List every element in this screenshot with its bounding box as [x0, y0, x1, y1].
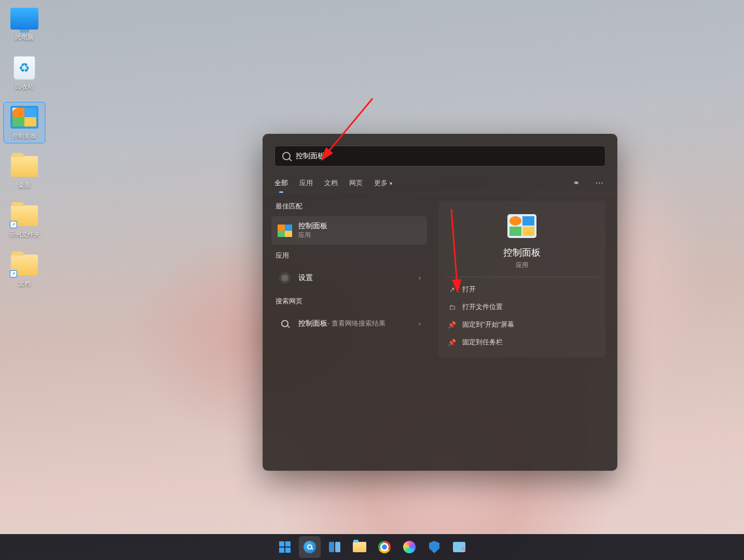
explorer-icon	[353, 542, 366, 552]
icon-folder-desktop[interactable]: 桌面	[4, 152, 45, 192]
search-icon	[278, 316, 292, 331]
pin-icon: 📌	[448, 321, 456, 329]
folder-icon: ↗	[10, 203, 39, 228]
copilot-button[interactable]	[398, 536, 420, 558]
action-label: 打开	[462, 285, 476, 294]
search-panel: 全部 应用 文档 网页 更多 ▾ ⚭ ⋯ 最佳匹配 控制面板 应用 应用 设置 …	[263, 134, 617, 471]
icon-this-pc[interactable]: 此电脑	[4, 4, 45, 44]
action-pin-taskbar[interactable]: 📌 固定到任务栏	[443, 333, 601, 351]
search-icon	[282, 152, 291, 160]
chrome-button[interactable]	[374, 536, 395, 558]
tab-web[interactable]: 网页	[349, 176, 363, 190]
tab-all[interactable]: 全部	[274, 176, 288, 190]
chrome-icon	[378, 541, 391, 553]
section-web: 搜索网页	[271, 292, 427, 309]
folder-icon: 🗀	[448, 303, 456, 311]
taskbar	[0, 534, 744, 560]
preview-subtitle: 应用	[516, 261, 528, 270]
control-panel-icon	[507, 214, 536, 238]
icon-folder-docs[interactable]: ↗ 文档	[4, 250, 45, 290]
result-suffix: - 查看网络搜索结果	[327, 319, 385, 328]
action-open-location[interactable]: 🗀 打开文件位置	[443, 298, 601, 316]
recycle-icon: ♻	[10, 55, 39, 80]
search-tabs: 全部 应用 文档 网页 更多 ▾ ⚭ ⋯	[263, 174, 617, 192]
action-label: 打开文件位置	[462, 302, 503, 312]
pin-icon: 📌	[448, 339, 456, 346]
tab-more-label: 更多	[374, 179, 388, 187]
security-button[interactable]	[423, 536, 445, 558]
icon-label: 回收站	[15, 82, 34, 91]
preview-title: 控制面板	[503, 246, 541, 259]
search-settings-icon[interactable]: ⚭	[571, 176, 582, 190]
search-icon	[304, 541, 316, 553]
windows-icon	[279, 541, 291, 553]
task-view-button[interactable]	[324, 536, 346, 558]
open-icon: ↗	[448, 286, 456, 293]
monitor-icon	[10, 6, 39, 31]
icon-control-panel[interactable]: 控制面板	[4, 103, 45, 143]
chevron-right-icon: ›	[419, 274, 421, 282]
icon-label: 控制面板	[12, 132, 37, 141]
taskbar-search-button[interactable]	[299, 536, 321, 558]
action-label: 固定到"开始"屏幕	[462, 320, 514, 329]
search-box[interactable]	[274, 146, 605, 166]
chevron-down-icon: ▾	[390, 180, 392, 186]
result-settings[interactable]: 设置 ›	[271, 265, 427, 290]
search-input[interactable]	[296, 152, 598, 160]
control-panel-icon	[10, 105, 39, 130]
tab-docs[interactable]: 文档	[324, 176, 338, 190]
file-explorer-button[interactable]	[349, 536, 370, 558]
result-best-match[interactable]: 控制面板 应用	[271, 216, 427, 245]
icon-folder-demo[interactable]: ↗ 示例文件夹	[4, 201, 45, 241]
folder-icon: ↗	[10, 253, 39, 277]
folder-icon	[10, 154, 39, 179]
result-subtitle: 应用	[298, 231, 327, 240]
control-panel-icon	[278, 223, 292, 238]
icon-label: 桌面	[18, 181, 31, 190]
section-best-match: 最佳匹配	[271, 198, 427, 214]
icon-label: 此电脑	[15, 33, 34, 42]
search-preview: 控制面板 应用 ↗ 打开 🗀 打开文件位置 📌 固定到"开始"屏幕	[431, 198, 609, 462]
tab-apps[interactable]: 应用	[299, 176, 313, 190]
action-open[interactable]: ↗ 打开	[443, 281, 601, 298]
copilot-icon	[403, 541, 416, 553]
icon-label: 示例文件夹	[9, 230, 40, 239]
task-view-icon	[329, 542, 340, 552]
result-title: 控制面板	[298, 319, 327, 328]
action-pin-start[interactable]: 📌 固定到"开始"屏幕	[443, 316, 601, 333]
snipping-tool-button[interactable]	[448, 536, 470, 558]
search-results: 最佳匹配 控制面板 应用 应用 设置 › 搜索网页 控制面板 - 查看网络搜索结…	[271, 198, 427, 462]
tab-more[interactable]: 更多 ▾	[374, 176, 392, 190]
desktop-icons: 此电脑 ♻ 回收站 控制面板 桌面 ↗ 示例文件夹 ↗ 文档	[4, 4, 45, 290]
result-web-search[interactable]: 控制面板 - 查看网络搜索结果 ›	[271, 311, 427, 336]
more-options-icon[interactable]: ⋯	[593, 176, 605, 190]
icon-label: 文档	[18, 279, 31, 288]
shield-icon	[429, 541, 439, 553]
icon-recycle-bin[interactable]: ♻ 回收站	[4, 53, 45, 93]
result-title: 设置	[298, 273, 313, 283]
result-title: 控制面板	[298, 221, 327, 231]
action-label: 固定到任务栏	[462, 338, 503, 347]
gear-icon	[278, 271, 292, 285]
snip-icon	[453, 542, 465, 552]
start-button[interactable]	[274, 536, 296, 558]
section-apps: 应用	[271, 247, 427, 263]
chevron-right-icon: ›	[419, 320, 421, 327]
